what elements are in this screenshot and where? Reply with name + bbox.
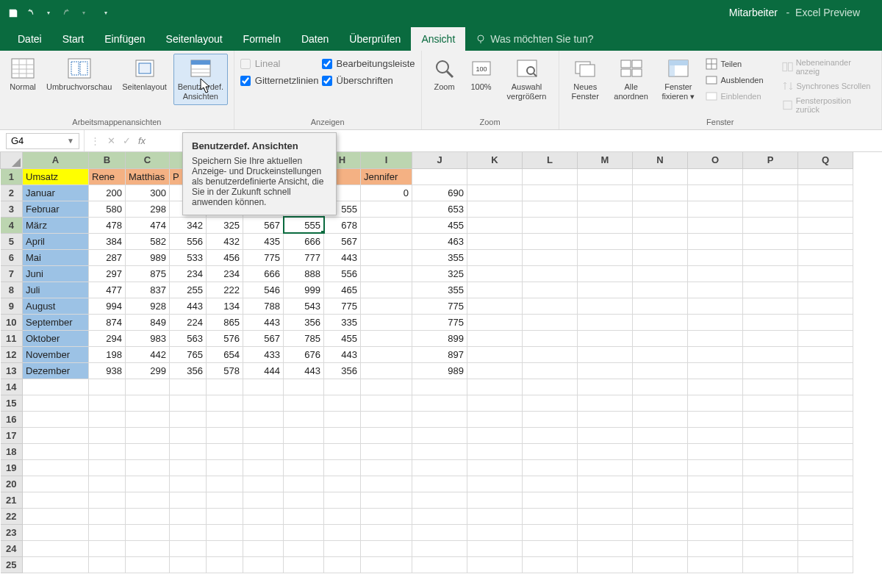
view-custom-button[interactable]: Benutzerdef. Ansichten — [173, 54, 228, 105]
cell[interactable] — [688, 233, 743, 249]
cell[interactable] — [523, 314, 578, 330]
cell[interactable] — [743, 492, 798, 508]
cell[interactable] — [467, 492, 523, 508]
cell[interactable] — [467, 395, 523, 411]
cell[interactable] — [633, 362, 688, 379]
cell[interactable] — [798, 330, 853, 346]
cell[interactable] — [798, 459, 853, 476]
cell[interactable] — [578, 233, 633, 249]
cell[interactable]: 690 — [412, 184, 467, 201]
cell[interactable] — [743, 395, 798, 411]
tab-start[interactable]: Start — [52, 27, 95, 51]
cell[interactable] — [688, 346, 743, 362]
cell[interactable] — [170, 476, 207, 492]
cell[interactable]: 582 — [126, 233, 170, 249]
cell[interactable] — [743, 476, 798, 492]
cell[interactable] — [578, 524, 633, 540]
cell[interactable] — [467, 427, 523, 443]
cell[interactable] — [412, 508, 467, 524]
cell[interactable] — [798, 524, 853, 540]
cell[interactable]: 474 — [126, 217, 170, 233]
fx-icon[interactable]: fx — [138, 135, 146, 146]
column-header[interactable]: J — [412, 152, 467, 168]
tell-me-search[interactable]: Was möchten Sie tun? — [465, 27, 603, 51]
cell[interactable] — [126, 427, 170, 443]
cell[interactable]: 928 — [126, 298, 170, 314]
cell[interactable] — [523, 492, 578, 508]
cell[interactable]: Oktober — [23, 330, 89, 346]
cell[interactable] — [243, 395, 284, 411]
cell[interactable] — [412, 459, 467, 476]
cell[interactable] — [89, 395, 126, 411]
cell[interactable] — [633, 540, 688, 556]
cell[interactable] — [523, 184, 578, 201]
cell[interactable]: 442 — [126, 346, 170, 362]
row-header[interactable]: 7 — [1, 265, 23, 282]
enter-icon[interactable]: ✓ — [123, 135, 131, 146]
cell[interactable] — [170, 395, 207, 411]
cell[interactable] — [89, 476, 126, 492]
select-all-button[interactable] — [1, 152, 23, 168]
cell[interactable]: 477 — [89, 282, 126, 298]
cell[interactable] — [633, 443, 688, 459]
row-header[interactable]: 21 — [1, 492, 23, 508]
cell[interactable] — [284, 492, 324, 508]
cell[interactable] — [743, 265, 798, 282]
cell[interactable] — [633, 556, 688, 573]
cell[interactable] — [743, 298, 798, 314]
cell[interactable] — [523, 508, 578, 524]
row-header[interactable]: 12 — [1, 346, 23, 362]
cell[interactable] — [743, 314, 798, 330]
cell[interactable] — [361, 556, 412, 573]
cell[interactable]: 224 — [170, 314, 207, 330]
cell[interactable] — [324, 556, 361, 573]
cell[interactable] — [798, 184, 853, 201]
row-header[interactable]: 25 — [1, 556, 23, 573]
cell[interactable] — [523, 540, 578, 556]
cell[interactable] — [688, 411, 743, 427]
cell[interactable] — [688, 201, 743, 217]
cell[interactable]: 234 — [170, 265, 207, 282]
row-header[interactable]: 15 — [1, 395, 23, 411]
cell[interactable] — [578, 265, 633, 282]
cell[interactable]: 994 — [89, 298, 126, 314]
cell[interactable] — [361, 346, 412, 362]
cell[interactable]: 443 — [243, 314, 284, 330]
cell[interactable] — [633, 201, 688, 217]
cell[interactable] — [798, 411, 853, 427]
cell[interactable] — [126, 443, 170, 459]
cell[interactable] — [324, 459, 361, 476]
cell[interactable] — [467, 411, 523, 427]
cell[interactable] — [633, 427, 688, 443]
cell[interactable] — [578, 508, 633, 524]
cell[interactable] — [324, 508, 361, 524]
cell[interactable]: 555 — [284, 217, 324, 233]
cell[interactable]: Jennifer — [361, 168, 412, 184]
cell[interactable] — [361, 282, 412, 298]
cell[interactable] — [633, 282, 688, 298]
cell[interactable] — [23, 443, 89, 459]
tab-ansicht[interactable]: Ansicht — [411, 27, 465, 51]
cell[interactable]: 355 — [412, 249, 467, 265]
cell[interactable] — [412, 540, 467, 556]
cell[interactable] — [688, 168, 743, 184]
cell[interactable]: 989 — [126, 249, 170, 265]
cell[interactable] — [578, 492, 633, 508]
cell[interactable] — [361, 427, 412, 443]
cell[interactable] — [467, 443, 523, 459]
cell[interactable] — [126, 492, 170, 508]
cell[interactable] — [578, 314, 633, 330]
cell[interactable] — [361, 443, 412, 459]
cell[interactable] — [688, 282, 743, 298]
cell[interactable] — [688, 265, 743, 282]
cell[interactable] — [578, 443, 633, 459]
cell[interactable]: 443 — [170, 298, 207, 314]
cell[interactable] — [170, 379, 207, 395]
cell[interactable] — [578, 168, 633, 184]
cell[interactable] — [467, 346, 523, 362]
cell[interactable]: 983 — [126, 330, 170, 346]
cell[interactable]: 455 — [324, 330, 361, 346]
cell[interactable] — [578, 362, 633, 379]
cell[interactable] — [688, 184, 743, 201]
cell[interactable] — [578, 427, 633, 443]
